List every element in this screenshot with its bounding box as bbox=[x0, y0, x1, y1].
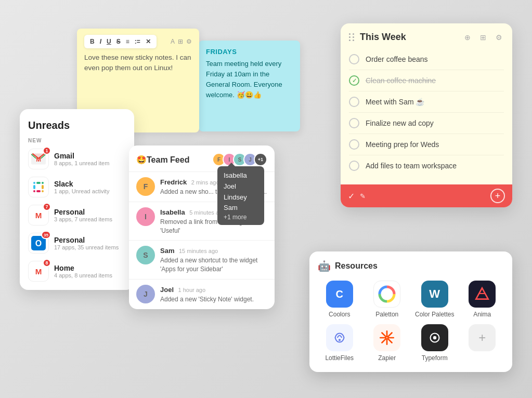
resource-color-palettes[interactable]: W Color Palettes bbox=[413, 281, 457, 318]
color-palettes-icon: W bbox=[421, 281, 448, 308]
resource-paletton[interactable]: Paletton bbox=[366, 281, 409, 318]
settings-icon[interactable]: ⚙ bbox=[186, 38, 192, 45]
tooltip-name-sam: Sam bbox=[224, 203, 258, 214]
paletton-icon bbox=[373, 281, 400, 308]
unread-item-home[interactable]: M 8 Home 4 apps, 8 unread items bbox=[28, 261, 126, 282]
anima-icon bbox=[469, 281, 496, 308]
resource-anima[interactable]: Anima bbox=[461, 281, 504, 318]
personal2-name: Personal bbox=[54, 236, 119, 244]
sticky-toolbar: B I U S ≡ := ✕ A ⊞ ⚙ bbox=[84, 35, 192, 48]
unreads-section-label: NEW bbox=[28, 138, 126, 143]
task-checkbox-6[interactable] bbox=[349, 161, 359, 171]
check-footer-icon[interactable]: ✓ bbox=[348, 191, 355, 201]
task-label-1: Order coffee beans bbox=[366, 55, 428, 63]
svg-rect-1 bbox=[33, 185, 35, 189]
resources-title: Resources bbox=[335, 261, 378, 271]
feed-item-joel: J Joel 1 hour ago Added a new 'Sticky No… bbox=[129, 279, 275, 309]
italic-tool[interactable]: I bbox=[98, 37, 103, 46]
task-checkbox-2[interactable] bbox=[349, 75, 359, 86]
svg-text:O: O bbox=[35, 239, 42, 248]
task-label-5: Meeting prep for Weds bbox=[366, 140, 439, 149]
coolors-icon: C bbox=[326, 281, 353, 308]
underline-tool[interactable]: U bbox=[105, 37, 113, 46]
add-resource-icon[interactable]: + bbox=[469, 324, 496, 351]
list-tool[interactable]: ≡ bbox=[124, 37, 131, 46]
this-week-card: This Week ⊕ ⊞ ⚙ Order coffee beans Clean… bbox=[341, 23, 512, 207]
resource-lottie[interactable]: LottieFiles bbox=[318, 324, 361, 362]
fredrick-avatar: F bbox=[136, 177, 155, 196]
footer-add-button[interactable]: + bbox=[490, 189, 505, 203]
svg-rect-6 bbox=[42, 182, 44, 184]
add-task-icon[interactable]: ⊕ bbox=[462, 32, 473, 43]
slack-icon-wrapper bbox=[28, 177, 49, 197]
bold-tool[interactable]: B bbox=[88, 37, 96, 46]
gmail-name: Gmail bbox=[54, 152, 109, 160]
edit-footer-icon[interactable]: ✎ bbox=[360, 192, 366, 200]
resource-typeform[interactable]: Typeform bbox=[413, 324, 457, 362]
sam-avatar: S bbox=[136, 246, 155, 264]
gmail-badge: 1 bbox=[43, 147, 51, 155]
task-list: Order coffee beans Clean coffee machine … bbox=[341, 47, 512, 184]
expand-icon[interactable]: ⊞ bbox=[178, 38, 183, 45]
tooltip-more: +1 more bbox=[224, 214, 258, 221]
this-week-actions: ⊕ ⊞ ⚙ bbox=[462, 32, 504, 43]
unread-item-gmail[interactable]: M 1 Gmail 8 apps, 1 unread item bbox=[28, 149, 126, 169]
task-checkbox-1[interactable] bbox=[349, 54, 359, 64]
this-week-title: This Week bbox=[360, 32, 406, 43]
task-checkbox-5[interactable] bbox=[349, 139, 359, 150]
svg-rect-7 bbox=[42, 190, 44, 192]
clear-tool[interactable]: ✕ bbox=[144, 37, 152, 46]
coolors-name: Coolors bbox=[329, 311, 350, 318]
joel-text: Added a new 'Sticky Note' widget. bbox=[160, 295, 254, 304]
task-item-5[interactable]: Meeting prep for Weds bbox=[349, 134, 504, 155]
svg-text:M: M bbox=[35, 267, 42, 276]
svg-rect-17 bbox=[479, 293, 485, 294]
personal1-info: Personal 3 apps, 7 unread items bbox=[54, 208, 112, 222]
svg-text:M: M bbox=[36, 156, 41, 163]
unread-item-personal2[interactable]: O 35 Personal 17 apps, 35 unread items bbox=[28, 233, 126, 254]
slack-info: Slack 1 app, Unread activity bbox=[54, 180, 109, 194]
resources-card: 🤖 Resources C Coolors Paletton bbox=[309, 251, 512, 372]
footer-icons: ✓ ✎ bbox=[348, 191, 366, 201]
lottie-icon bbox=[326, 324, 353, 351]
expand-icon[interactable]: ⊞ bbox=[478, 32, 488, 43]
resource-coolors[interactable]: C Coolors bbox=[318, 281, 361, 318]
sticky-yellow-body: Love these new sticky notes. I can even … bbox=[84, 52, 192, 74]
personal1-desc: 3 apps, 7 unread items bbox=[54, 216, 112, 222]
isabella-name: Isabella bbox=[160, 208, 185, 216]
slack-icon bbox=[28, 177, 49, 197]
task-item-2[interactable]: Clean coffee machine bbox=[349, 70, 504, 91]
settings-icon[interactable]: ⚙ bbox=[494, 32, 504, 43]
this-week-title-row: This Week bbox=[349, 32, 406, 43]
unreads-card: Unreads NEW M 1 Gmail 8 apps, 1 unread i… bbox=[20, 109, 134, 290]
resource-add-button[interactable]: + bbox=[461, 324, 504, 362]
unread-item-slack[interactable]: Slack 1 app, Unread activity bbox=[28, 177, 126, 197]
drag-handle[interactable] bbox=[349, 33, 355, 41]
task-item-1[interactable]: Order coffee beans bbox=[349, 49, 504, 70]
task-item-6[interactable]: Add files to team workspace bbox=[349, 155, 504, 176]
sticky-blue-title: FRIDAYS bbox=[206, 48, 293, 56]
ordered-list-tool[interactable]: := bbox=[133, 37, 142, 46]
svg-rect-8 bbox=[33, 190, 35, 192]
task-checkbox-3[interactable] bbox=[349, 97, 359, 107]
task-item-4[interactable]: Finalize new ad copy bbox=[349, 113, 504, 134]
unread-item-personal1[interactable]: M 7 Personal 3 apps, 7 unread items bbox=[28, 205, 126, 225]
sam-time: 15 minutes ago bbox=[179, 248, 218, 254]
personal2-desc: 17 apps, 35 unread items bbox=[54, 244, 119, 250]
sticky-action-icons: A ⊞ ⚙ bbox=[171, 38, 192, 45]
personal2-info: Personal 17 apps, 35 unread items bbox=[54, 236, 119, 250]
isabella-avatar: I bbox=[136, 207, 155, 226]
strikethrough-tool[interactable]: S bbox=[115, 37, 122, 46]
task-checkbox-4[interactable] bbox=[349, 118, 359, 128]
tooltip-name-isabella: Isabella bbox=[224, 170, 258, 181]
feed-item-sam: S Sam 15 minutes ago Added a new shortcu… bbox=[129, 240, 275, 279]
slack-name: Slack bbox=[54, 180, 109, 188]
task-item-3[interactable]: Meet with Sam ☕ bbox=[349, 91, 504, 113]
task-label-2: Clean coffee machine bbox=[366, 76, 436, 85]
font-icon[interactable]: A bbox=[171, 38, 175, 45]
home-icon-wrapper: M 8 bbox=[28, 261, 49, 282]
color-palettes-name: Color Palettes bbox=[415, 311, 454, 318]
tooltip-popup: Isabella Joel Lindsey Sam +1 more bbox=[217, 166, 264, 225]
task-label-4: Finalize new ad copy bbox=[366, 119, 434, 127]
resource-zapier[interactable]: Zapier bbox=[366, 324, 409, 362]
